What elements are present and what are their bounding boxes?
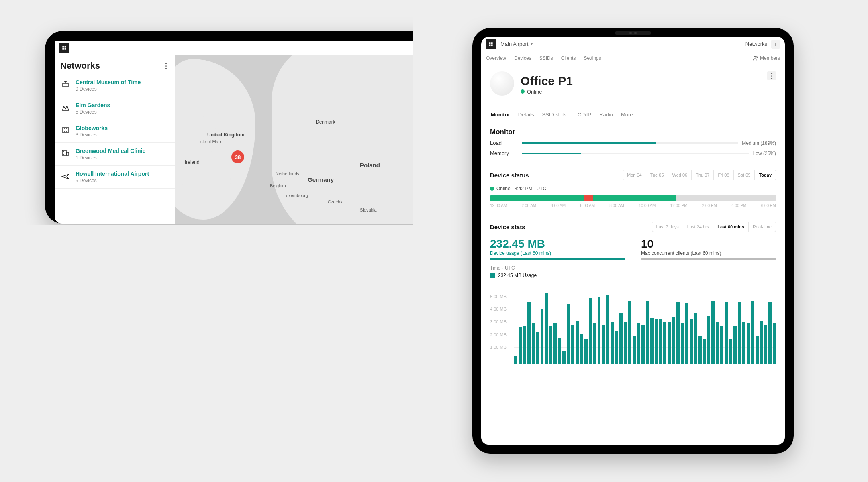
secnav-clients[interactable]: Clients [561,55,576,61]
network-name: Elm Gardens [76,102,110,108]
tab-ssid-slots[interactable]: SSID slots [542,108,566,122]
usage-bar [707,316,711,364]
svg-rect-2 [62,150,66,155]
members-button[interactable]: Members [753,55,780,61]
secnav-overview[interactable]: Overview [486,55,506,61]
svg-rect-0 [63,83,68,87]
network-name: Howell International Airport [76,171,149,177]
network-device-count: 3 Devices [76,132,108,138]
day-fri-08[interactable]: Fri 08 [713,170,733,180]
network-type-icon [60,125,71,135]
network-item[interactable]: Elm Gardens 5 Devices [55,97,175,120]
range-real-time[interactable]: Real-time [748,222,776,232]
usage-chart[interactable]: 5.00 MB4.00 MB3.00 MB2.00 MB1.00 MB [490,284,776,364]
usage-bar [681,323,684,364]
usage-bar [571,325,574,364]
network-item[interactable]: Greenwood Medical Clinic 1 Devices [55,143,175,166]
chart-legend: 232.45 MB Usage [490,273,776,278]
tab-details[interactable]: Details [518,108,534,122]
device-stats-heading: Device stats [490,224,525,230]
usage-bar [733,326,737,364]
usage-bar [659,319,662,364]
usage-bar [756,336,759,364]
uptime-bar[interactable] [490,195,776,201]
day-tue-05[interactable]: Tue 05 [646,170,668,180]
more-menu-icon[interactable] [162,63,170,69]
usage-bar [549,326,552,364]
day-today[interactable]: Today [754,170,776,180]
tab-radio[interactable]: Radio [599,108,613,122]
device-status-heading: Device status [490,172,529,179]
secnav-ssids[interactable]: SSIDs [539,55,553,61]
usage-bar [694,313,697,364]
range-last-7-days[interactable]: Last 7 days [652,222,683,232]
tab-monitor[interactable]: Monitor [491,108,510,122]
device-more-menu[interactable] [767,71,776,80]
range-segment[interactable]: Last 7 daysLast 24 hrsLast 60 minsReal-t… [652,222,776,232]
device-avatar [490,71,514,96]
usage-bar [760,321,763,364]
usage-bar [589,298,592,364]
usage-bar [637,323,640,364]
network-item[interactable]: Central Museum of Time 9 Devices [55,74,175,97]
device-title: Office P1 [521,74,573,88]
tab-more[interactable]: More [621,108,633,122]
uptime-time-axis: 12:00 AM2:00 AM4:00 AM6:00 AM8:00 AM10:0… [490,203,776,208]
network-type-icon [60,171,71,181]
usage-bar [768,302,772,364]
usage-bar [628,301,631,364]
topbar: Main Airport ▾ Networks I [481,37,785,51]
map-cluster-pin[interactable]: 38 [231,150,244,163]
networks-sidebar: Networks Central Museum of Time 9 Device… [55,55,175,224]
usage-bar [519,327,522,364]
network-device-count: 1 Devices [76,155,145,161]
brand-logo-icon[interactable] [486,39,496,49]
range-last-60-mins[interactable]: Last 60 mins [713,222,748,232]
day-segment[interactable]: Mon 04Tue 05Wed 06Thu 07Fri 08Sat 09Toda… [623,170,776,180]
tablet-device-frame: Main Airport ▾ Networks I OverviewDevice… [472,28,794,454]
usage-bar [606,295,609,364]
usage-bar [738,302,741,364]
device-header: Office P1 Online [490,71,776,96]
monitor-heading: Monitor [490,128,776,136]
tab-tcp/ip[interactable]: TCP/IP [574,108,591,122]
network-name: Globeworks [76,125,108,131]
usage-bar [532,323,535,364]
secnav-devices[interactable]: Devices [514,55,531,61]
usage-bar [668,322,671,364]
network-type-icon [60,79,71,89]
range-last-24-hrs[interactable]: Last 24 hrs [683,222,713,232]
network-type-icon [60,102,71,112]
network-type-icon [60,148,71,158]
network-item[interactable]: Howell International Airport 5 Devices [55,166,175,189]
brand-logo-icon[interactable] [59,43,69,53]
usage-bar [720,326,723,364]
memory-meter: Memory Low (26%) [490,150,776,156]
stat-device-usage[interactable]: 232.45 MB Device usage (Last 60 mins) [490,238,625,260]
network-selector[interactable]: Main Airport ▾ [500,41,533,47]
usage-bar [650,318,654,364]
network-map[interactable]: United Kingdom Isle of Man Ireland Denma… [175,55,413,224]
usage-bar [751,301,754,364]
network-name: Main Airport [500,41,528,47]
account-avatar[interactable]: I [771,40,780,49]
usage-bar [624,322,627,364]
stat-max-clients[interactable]: 10 Max concurrent clients (Last 60 mins) [641,238,776,260]
usage-bar [541,309,544,364]
usage-bar [698,336,702,364]
secnav-settings[interactable]: Settings [584,55,601,61]
svg-point-5 [756,56,758,58]
usage-bar [725,302,728,364]
day-wed-06[interactable]: Wed 06 [668,170,692,180]
day-sat-09[interactable]: Sat 09 [733,170,755,180]
usage-bar [716,322,719,364]
network-item[interactable]: Globeworks 3 Devices [55,120,175,143]
networks-link[interactable]: Networks [745,41,767,47]
day-thu-07[interactable]: Thu 07 [691,170,713,180]
usage-bar [567,304,570,364]
usage-bar [633,336,636,364]
day-mon-04[interactable]: Mon 04 [623,170,646,180]
svg-rect-1 [63,127,68,133]
usage-bar [523,326,526,364]
usage-bar [598,297,601,364]
